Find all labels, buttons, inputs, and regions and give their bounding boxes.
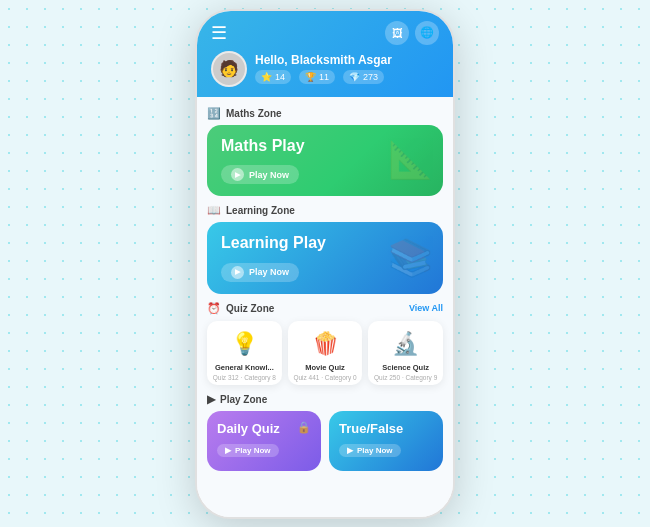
stat-gems: 💎 273	[343, 70, 384, 84]
user-row: 🧑 Hello, Blacksmith Asgar ⭐ 14 🏆 11 💎 27…	[211, 51, 439, 87]
learning-play-label: Play Now	[249, 267, 289, 277]
quiz-zone-icon: ⏰	[207, 302, 221, 315]
image-icon[interactable]: 🖼	[385, 21, 409, 45]
quiz-card-general-meta: Quiz 312 · Category 8	[213, 374, 276, 381]
header-action-icons: 🖼 🌐	[385, 21, 439, 45]
trophy-icon: 🏆	[305, 72, 316, 82]
learning-play-card[interactable]: Learning Play ▶ Play Now 📚	[207, 222, 443, 294]
stat-stars: ⭐ 14	[255, 70, 291, 84]
gem-icon: 💎	[349, 72, 360, 82]
quiz-card-science-img: 🔬	[389, 327, 423, 361]
maths-watermark: 📐	[388, 139, 433, 181]
menu-icon[interactable]: ☰	[211, 24, 227, 42]
app-header: ☰ 🖼 🌐 🧑 Hello, Blacksmith Asgar ⭐ 14 🏆 1…	[197, 11, 453, 97]
learning-zone-label: 📖 Learning Zone	[207, 204, 443, 217]
maths-play-label: Play Now	[249, 170, 289, 180]
quiz-cards-row: 💡 General Knowl... Quiz 312 · Category 8…	[207, 321, 443, 385]
greeting-text: Hello, Blacksmith Asgar	[255, 53, 439, 67]
quiz-zone-header: ⏰ Quiz Zone View All	[207, 302, 443, 315]
quiz-zone-label: ⏰ Quiz Zone	[207, 302, 274, 315]
quiz-card-science-meta: Quiz 250 · Category 9	[374, 374, 437, 381]
star-icon: ⭐	[261, 72, 272, 82]
learning-zone-text: Learning Zone	[226, 205, 295, 216]
quiz-card-science[interactable]: 🔬 Science Quiz Quiz 250 · Category 9	[368, 321, 443, 385]
translate-icon[interactable]: 🌐	[415, 21, 439, 45]
maths-zone-text: Maths Zone	[226, 108, 282, 119]
avatar: 🧑	[211, 51, 247, 87]
quiz-card-movie-meta: Quiz 441 · Category 0	[293, 374, 356, 381]
view-all-button[interactable]: View All	[409, 303, 443, 313]
learning-watermark: 📚	[388, 237, 433, 279]
learning-play-icon: ▶	[231, 266, 244, 279]
maths-play-button[interactable]: ▶ Play Now	[221, 165, 299, 184]
play-zone-label: ▶ Play Zone	[207, 393, 443, 406]
daily-quiz-play-button[interactable]: ▶ Play Now	[217, 444, 279, 457]
play-zone-text: Play Zone	[220, 394, 267, 405]
maths-zone-icon: 🔢	[207, 107, 221, 120]
play-zone-icon: ▶	[207, 393, 215, 406]
maths-play-icon: ▶	[231, 168, 244, 181]
quiz-card-movie[interactable]: 🍿 Movie Quiz Quiz 441 · Category 0	[288, 321, 363, 385]
play-cards-row: 🔒 Daily Quiz ▶ Play Now True/False ▶ Pla…	[207, 411, 443, 471]
quiz-card-movie-name: Movie Quiz	[305, 363, 345, 372]
main-content: 🔢 Maths Zone Maths Play ▶ Play Now 📐 📖 L…	[197, 97, 453, 517]
quiz-zone-text: Quiz Zone	[226, 303, 274, 314]
learning-play-button[interactable]: ▶ Play Now	[221, 263, 299, 282]
quiz-card-general-name: General Knowl...	[215, 363, 274, 372]
stat-trophy: 🏆 11	[299, 70, 335, 84]
true-false-play-button[interactable]: ▶ Play Now	[339, 444, 401, 457]
true-false-card[interactable]: True/False ▶ Play Now	[329, 411, 443, 471]
maths-zone-label: 🔢 Maths Zone	[207, 107, 443, 120]
header-top-row: ☰ 🖼 🌐	[211, 21, 439, 45]
quiz-card-movie-img: 🍿	[308, 327, 342, 361]
daily-play-icon: ▶	[225, 446, 231, 455]
quiz-card-science-name: Science Quiz	[382, 363, 429, 372]
quiz-card-general-img: 💡	[227, 327, 261, 361]
user-info: Hello, Blacksmith Asgar ⭐ 14 🏆 11 💎 273	[255, 53, 439, 84]
learning-zone-icon: 📖	[207, 204, 221, 217]
stat-stars-value: 14	[275, 72, 285, 82]
lock-icon: 🔒	[297, 421, 311, 434]
quiz-card-general[interactable]: 💡 General Knowl... Quiz 312 · Category 8	[207, 321, 282, 385]
true-false-title: True/False	[339, 421, 433, 436]
daily-quiz-card[interactable]: 🔒 Daily Quiz ▶ Play Now	[207, 411, 321, 471]
phone-frame: ☰ 🖼 🌐 🧑 Hello, Blacksmith Asgar ⭐ 14 🏆 1…	[195, 9, 455, 519]
stat-gems-value: 273	[363, 72, 378, 82]
maths-play-card[interactable]: Maths Play ▶ Play Now 📐	[207, 125, 443, 197]
user-stats-row: ⭐ 14 🏆 11 💎 273	[255, 70, 439, 84]
true-false-play-icon: ▶	[347, 446, 353, 455]
stat-trophy-value: 11	[319, 72, 329, 82]
daily-play-label: Play Now	[235, 446, 271, 455]
true-false-play-label: Play Now	[357, 446, 393, 455]
